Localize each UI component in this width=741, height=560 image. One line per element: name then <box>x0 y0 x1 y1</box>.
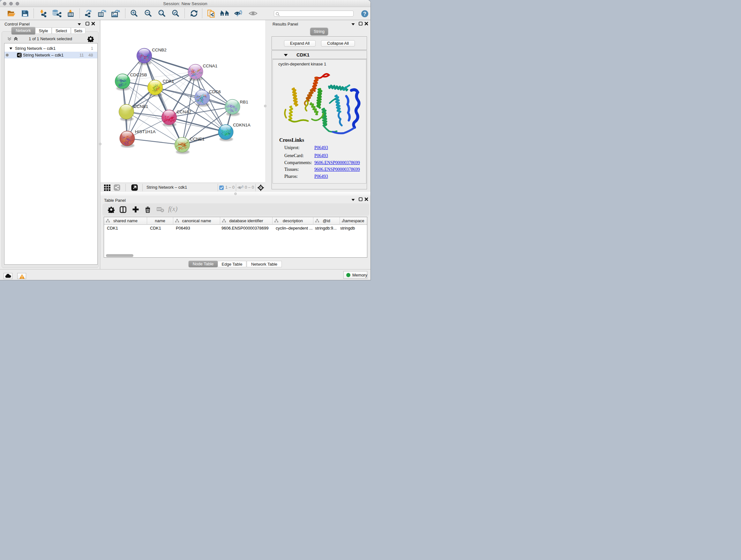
svg-text:CCNE1: CCNE1 <box>190 137 205 141</box>
svg-text:CDC6: CDC6 <box>209 89 221 94</box>
svg-text:CDK1: CDK1 <box>163 79 174 84</box>
svg-text:CCNB1: CCNB1 <box>134 104 148 109</box>
svg-text:CDKN1A: CDKN1A <box>233 123 251 127</box>
svg-text:CCNA1: CCNA1 <box>203 64 218 68</box>
svg-text:CCNA2: CCNA2 <box>177 110 192 114</box>
svg-text:?: ? <box>363 11 366 17</box>
svg-text:CCNB2: CCNB2 <box>152 48 166 52</box>
svg-text:HIST1H1A: HIST1H1A <box>135 129 156 134</box>
svg-text:RB1: RB1 <box>240 100 248 105</box>
svg-text:CDC25B: CDC25B <box>130 72 147 77</box>
